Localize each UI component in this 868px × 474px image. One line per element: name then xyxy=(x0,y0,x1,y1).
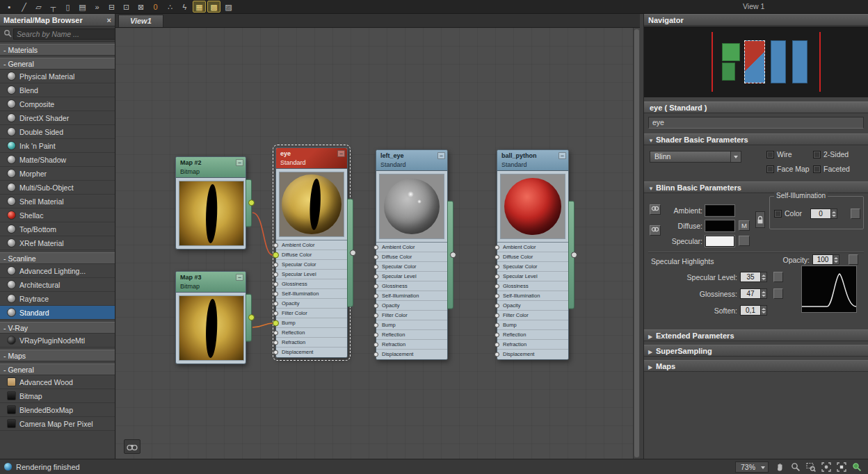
node-map3-header[interactable]: Map #3 Bitmap − xyxy=(176,272,246,293)
slot-diffuse-color[interactable]: Diffuse Color xyxy=(497,252,568,262)
slot-input-connector[interactable] xyxy=(273,311,278,316)
slot-input-connector[interactable] xyxy=(373,332,378,337)
material-name-field[interactable]: eye xyxy=(648,117,864,129)
slot-self-illumination[interactable]: Self-Illumination xyxy=(276,289,347,299)
browser-item-double-sided[interactable]: Double Sided xyxy=(0,125,115,139)
browser-item-ink-n-paint[interactable]: Ink 'n Paint xyxy=(0,139,115,153)
browser-item-camera-map-per-pixel[interactable]: Camera Map Per Pixel xyxy=(0,417,115,431)
slot-refraction[interactable]: Refraction xyxy=(376,340,447,350)
output-connector-bar[interactable] xyxy=(447,200,453,309)
slot-ambient-color[interactable]: Ambient Color xyxy=(276,240,347,250)
slot-input-connector[interactable] xyxy=(373,274,378,279)
slot-reflection[interactable]: Reflection xyxy=(276,328,347,338)
face-map-checkbox[interactable]: Face Map xyxy=(766,165,810,173)
browser-item-top-bottom[interactable]: Top/Bottom xyxy=(0,222,115,236)
zero-values-icon[interactable]: 0 xyxy=(149,1,162,13)
slot-input-connector[interactable] xyxy=(373,342,378,347)
node-ball-python-header[interactable]: ball_python Standard − xyxy=(497,150,568,171)
close-icon[interactable]: × xyxy=(107,14,111,26)
checkbox-box[interactable] xyxy=(813,165,821,173)
browser-section-header[interactable]: - Scanline xyxy=(0,252,115,264)
browser-section-header[interactable]: - Materials xyxy=(0,44,115,56)
spinner-arrows[interactable] xyxy=(761,272,767,282)
browser-item-composite[interactable]: Composite xyxy=(0,97,115,111)
node-map2[interactable]: Map #2 Bitmap − xyxy=(175,156,246,250)
spinner-arrows[interactable] xyxy=(833,254,839,265)
slot-input-connector[interactable] xyxy=(495,274,499,279)
faceted-checkbox[interactable]: Faceted xyxy=(813,165,850,173)
wire-checkbox[interactable]: Wire xyxy=(766,150,792,158)
slot-input-connector[interactable] xyxy=(495,245,499,250)
output-connector-bar[interactable] xyxy=(347,198,353,307)
slot-ambient-color[interactable]: Ambient Color xyxy=(376,243,447,252)
slot-input-connector[interactable] xyxy=(273,252,279,258)
browser-item-physical-material[interactable]: Physical Material xyxy=(0,70,115,83)
ambient-color-swatch[interactable] xyxy=(705,205,734,216)
slot-input-connector[interactable] xyxy=(495,293,499,298)
binoculars-button[interactable] xyxy=(124,439,140,454)
slot-ambient-color[interactable]: Ambient Color xyxy=(497,243,568,252)
slot-input-connector[interactable] xyxy=(373,254,378,259)
slot-specular-level[interactable]: Specular Level xyxy=(276,270,347,279)
rollout-maps[interactable]: ▶Maps xyxy=(644,360,868,372)
browser-item-blend[interactable]: Blend xyxy=(0,83,115,97)
slot-self-illumination[interactable]: Self-Illumination xyxy=(376,291,447,301)
collapse-node-icon[interactable]: − xyxy=(558,152,566,159)
output-connector-dot[interactable] xyxy=(450,252,456,258)
slot-input-connector[interactable] xyxy=(273,262,278,267)
slot-bump[interactable]: Bump xyxy=(276,318,347,328)
ambient-diffuse-lock-button[interactable] xyxy=(755,211,765,228)
output-connector-bar[interactable] xyxy=(246,179,252,227)
slot-specular-level[interactable]: Specular Level xyxy=(376,272,447,281)
slot-input-connector[interactable] xyxy=(495,313,499,318)
slot-displacement[interactable]: Displacement xyxy=(497,350,568,359)
collapse-node-icon[interactable]: − xyxy=(236,159,243,166)
zoom-level-dropdown[interactable]: 73% xyxy=(735,461,769,473)
node-left-eye[interactable]: left_eye Standard − Ambient ColorDiffuse… xyxy=(376,149,448,360)
browser-item-advanced-lighting-[interactable]: Advanced Lighting... xyxy=(0,264,115,278)
browser-item-raytrace[interactable]: Raytrace xyxy=(0,292,115,306)
slot-input-connector[interactable] xyxy=(373,352,378,357)
slot-input-connector[interactable] xyxy=(273,301,278,306)
output-connector-dot[interactable] xyxy=(350,250,356,256)
output-connector-bar[interactable] xyxy=(568,200,574,309)
navigator-header[interactable]: Navigator xyxy=(644,14,868,26)
browser-item-bitmap[interactable]: Bitmap xyxy=(0,389,115,403)
slot-input-connector[interactable] xyxy=(495,342,499,347)
output-connector-dot[interactable] xyxy=(248,200,255,206)
arrange-children-icon[interactable]: » xyxy=(90,1,104,13)
slot-input-connector[interactable] xyxy=(495,264,499,269)
slot-input-connector[interactable] xyxy=(273,243,278,247)
glossiness-spinner[interactable]: 47 xyxy=(740,288,767,299)
slot-input-connector[interactable] xyxy=(273,291,278,296)
checkbox-box[interactable] xyxy=(813,151,821,158)
zoom-all-icon[interactable] xyxy=(851,461,862,473)
slot-input-connector[interactable] xyxy=(373,264,378,269)
slot-displacement[interactable]: Displacement xyxy=(276,348,347,357)
browser-header[interactable]: Material/Map Browser × xyxy=(0,14,115,26)
slot-self-illumination[interactable]: Self-Illumination xyxy=(497,291,568,301)
spinner-arrows[interactable] xyxy=(831,209,837,219)
browser-item-matte-shadow[interactable]: Matte/Shadow xyxy=(0,153,115,167)
zoom-extents-icon[interactable] xyxy=(820,461,832,473)
dotted-selection-icon[interactable]: ∴ xyxy=(163,1,177,13)
diffuse-map-button[interactable]: M xyxy=(739,220,750,231)
slot-specular-color[interactable]: Specular Color xyxy=(276,260,347,270)
browser-section-header[interactable]: - General xyxy=(0,363,115,375)
slot-diffuse-color[interactable]: Diffuse Color xyxy=(376,252,447,262)
slot-reflection[interactable]: Reflection xyxy=(497,330,568,340)
collapse-node-icon[interactable]: − xyxy=(236,274,243,281)
slot-input-connector[interactable] xyxy=(373,284,378,288)
slot-glossiness[interactable]: Glossiness xyxy=(276,279,347,289)
connector-icon[interactable]: ϟ xyxy=(178,1,191,13)
checkbox-box[interactable] xyxy=(766,165,774,173)
spinner-arrows[interactable] xyxy=(761,305,767,316)
browser-section-header[interactable]: - Maps xyxy=(0,350,115,361)
slot-input-connector[interactable] xyxy=(495,322,499,327)
zoom-region-icon[interactable] xyxy=(805,461,817,473)
slot-input-connector[interactable] xyxy=(373,245,378,250)
opacity-spinner[interactable]: 100 xyxy=(812,254,839,265)
browser-item-vraypluginnodemtl[interactable]: VRayPluginNodeMtl xyxy=(0,334,115,348)
rollout-blinn-basic[interactable]: ▼Blinn Basic Parameters xyxy=(644,181,868,193)
zoom-icon[interactable] xyxy=(789,461,801,473)
